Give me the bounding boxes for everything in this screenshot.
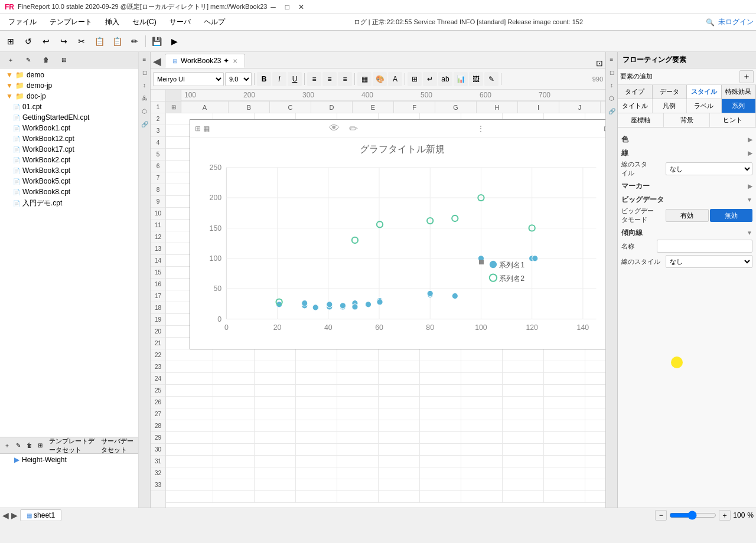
cell-31-2[interactable] bbox=[255, 467, 296, 479]
cell-22-7[interactable] bbox=[461, 361, 503, 372]
cell-27-6[interactable] bbox=[420, 420, 461, 431]
color-arrow[interactable]: ▶ bbox=[748, 136, 752, 143]
add-element-button[interactable]: ＋ bbox=[739, 70, 754, 83]
cell-29-7[interactable] bbox=[461, 444, 503, 455]
cell-28-7[interactable] bbox=[461, 432, 503, 443]
cell-23-6[interactable] bbox=[420, 373, 461, 384]
toolbar-format-paint[interactable]: ✏ bbox=[126, 33, 143, 50]
borders-button[interactable]: ▦ bbox=[357, 72, 372, 86]
cell-23-1[interactable] bbox=[213, 373, 255, 384]
cell-27-2[interactable] bbox=[255, 420, 296, 431]
right-subtab-bg[interactable]: 背景 bbox=[664, 113, 710, 127]
col-B[interactable]: B bbox=[229, 102, 270, 113]
cell-28-6[interactable] bbox=[420, 432, 461, 443]
wrap-button[interactable]: ↵ bbox=[423, 72, 437, 86]
cell-31-7[interactable] bbox=[461, 467, 503, 479]
cell-27-3[interactable] bbox=[296, 420, 337, 431]
line-style-2-select[interactable]: なし bbox=[666, 255, 752, 268]
cell-32-8[interactable] bbox=[503, 479, 544, 490]
ds-expand[interactable]: ⊞ bbox=[35, 437, 45, 454]
col-H[interactable]: H bbox=[477, 102, 518, 113]
right-subtab-title[interactable]: タイトル bbox=[618, 99, 653, 113]
cell-27-1[interactable] bbox=[213, 420, 255, 431]
toolbar-undo[interactable]: ↩ bbox=[38, 33, 54, 50]
ds-edit[interactable]: ✎ bbox=[14, 437, 24, 454]
cell-29-4[interactable] bbox=[337, 444, 379, 455]
cell-21-0[interactable] bbox=[166, 349, 213, 361]
tree-item-nyumon[interactable]: 📄入門デモ.cpt bbox=[1, 197, 137, 210]
cell-23-3[interactable] bbox=[296, 373, 337, 384]
sheet-nav-prev[interactable]: ◀ bbox=[2, 511, 9, 520]
zoom-out-button[interactable]: − bbox=[655, 510, 667, 521]
cell-27-7[interactable] bbox=[461, 420, 503, 431]
image-button[interactable]: 🖼 bbox=[469, 72, 483, 86]
cell-28-3[interactable] bbox=[296, 432, 337, 443]
cell-22-0[interactable] bbox=[166, 361, 213, 372]
cell-33-0[interactable] bbox=[166, 491, 213, 502]
minimize-button[interactable]: ─ bbox=[267, 2, 279, 12]
cell-22-2[interactable] bbox=[255, 361, 296, 372]
right-tab-type[interactable]: タイプ bbox=[618, 85, 653, 99]
panel-icon-3[interactable]: ↕ bbox=[140, 80, 149, 90]
cell-30-1[interactable] bbox=[213, 456, 255, 467]
tree-item-wb1[interactable]: 📄WorkBook1.cpt bbox=[1, 123, 137, 133]
cell-30-0[interactable] bbox=[166, 456, 213, 467]
col-D[interactable]: D bbox=[311, 102, 353, 113]
cell-26-7[interactable] bbox=[461, 408, 503, 420]
cell-21-7[interactable] bbox=[461, 349, 503, 361]
cell-26-2[interactable] bbox=[255, 408, 296, 420]
cell-32-4[interactable] bbox=[337, 479, 379, 490]
zoom-in-button[interactable]: ＋ bbox=[719, 510, 731, 521]
search-icon[interactable]: 🔍 bbox=[706, 18, 715, 27]
cell-28-4[interactable] bbox=[337, 432, 379, 443]
cell-25-6[interactable] bbox=[420, 397, 461, 408]
cell-31-6[interactable] bbox=[420, 467, 461, 479]
ds-item-height-weight[interactable]: ▶ Height-Weight bbox=[0, 454, 138, 466]
fill-color-button[interactable]: 🎨 bbox=[373, 72, 387, 86]
cell-21-6[interactable] bbox=[420, 349, 461, 361]
ds-add[interactable]: ＋ bbox=[2, 437, 12, 454]
cell-23-2[interactable] bbox=[255, 373, 296, 384]
right-panel-icon-3[interactable]: ↕ bbox=[607, 80, 617, 90]
cell-30-7[interactable] bbox=[461, 456, 503, 467]
cell-32-6[interactable] bbox=[420, 479, 461, 490]
cell-31-1[interactable] bbox=[213, 467, 255, 479]
cell-33-1[interactable] bbox=[213, 491, 255, 502]
tree-item-gettingstarted[interactable]: 📄GettingStartedEN.cpt bbox=[1, 112, 137, 123]
cell-25-3[interactable] bbox=[296, 397, 337, 408]
cell-24-3[interactable] bbox=[296, 385, 337, 396]
cell-29-5[interactable] bbox=[379, 444, 420, 455]
draw-button[interactable]: ✎ bbox=[484, 72, 498, 86]
chart-resize-handle-h[interactable] bbox=[479, 260, 484, 264]
cell-31-4[interactable] bbox=[337, 467, 379, 479]
cell-32-9[interactable] bbox=[544, 479, 585, 490]
bold-button[interactable]: B bbox=[257, 72, 271, 86]
menu-insert[interactable]: 挿入 bbox=[99, 15, 125, 30]
font-select[interactable]: Meiryo UI bbox=[153, 72, 224, 86]
cell-29-6[interactable] bbox=[420, 444, 461, 455]
cell-30-9[interactable] bbox=[544, 456, 585, 467]
cell-27-5[interactable] bbox=[379, 420, 420, 431]
cell-27-0[interactable] bbox=[166, 420, 213, 431]
right-panel-icon-5[interactable]: 🔗 bbox=[607, 106, 617, 116]
cell-27-8[interactable] bbox=[503, 420, 544, 431]
cell-33-9[interactable] bbox=[544, 491, 585, 502]
panel-icon-5[interactable]: ⬡ bbox=[140, 106, 149, 116]
marker-arrow[interactable]: ▶ bbox=[748, 183, 752, 189]
cell-29-2[interactable] bbox=[255, 444, 296, 455]
cell-25-2[interactable] bbox=[255, 397, 296, 408]
cell-23-5[interactable] bbox=[379, 373, 420, 384]
sidebar-expand[interactable]: ⊞ bbox=[56, 52, 72, 68]
cell-22-3[interactable] bbox=[296, 361, 337, 372]
cell-30-6[interactable] bbox=[420, 456, 461, 467]
cell-30-4[interactable] bbox=[337, 456, 379, 467]
right-panel-icon-2[interactable]: ◻ bbox=[607, 67, 617, 77]
right-subtab-series[interactable]: 系列 bbox=[722, 99, 757, 113]
maximize-button[interactable]: □ bbox=[281, 2, 293, 12]
cell-30-8[interactable] bbox=[503, 456, 544, 467]
cell-26-5[interactable] bbox=[379, 408, 420, 420]
cell-33-3[interactable] bbox=[296, 491, 337, 502]
cell-33-2[interactable] bbox=[255, 491, 296, 502]
cell-23-7[interactable] bbox=[461, 373, 503, 384]
right-subtab-axis[interactable]: 座標軸 bbox=[618, 113, 664, 127]
